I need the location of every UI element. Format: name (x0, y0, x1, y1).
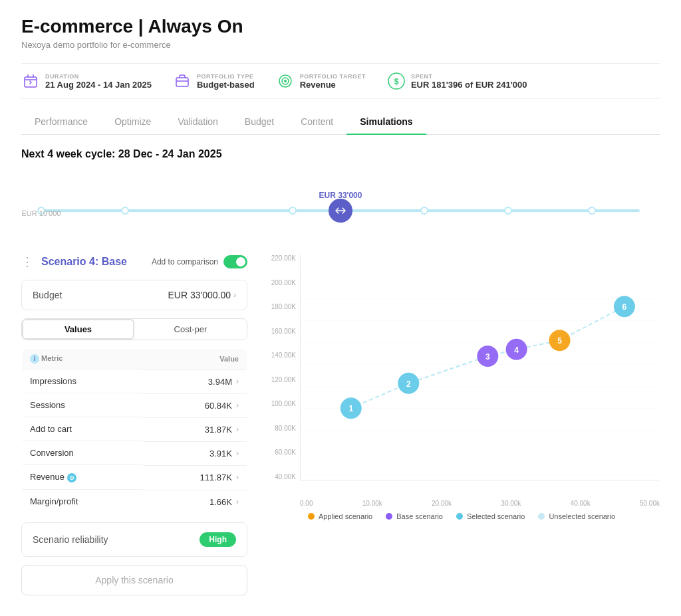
metric-info-icon: i (30, 354, 39, 363)
content-area: ⋮ Scenario 4: Base Add to comparison Bud… (21, 255, 660, 595)
metrics-row-1[interactable]: Sessions 60.84K› (22, 393, 247, 417)
metric-name: Margin/profit (22, 490, 144, 514)
chart-xaxis: 0.0010.00k20.00k30.00k40.00k50.00k (300, 500, 660, 507)
portfolio-type-value: Budget-based (197, 80, 255, 90)
metric-value: 31.87K› (143, 417, 247, 441)
spent-icon: $ (387, 72, 406, 90)
svg-text:5: 5 (557, 336, 562, 346)
legend-label: Base scenario (396, 512, 443, 520)
comparison-label: Add to comparison (152, 257, 218, 266)
metric-chevron-3[interactable]: › (236, 449, 239, 458)
budget-label: Budget (33, 290, 62, 300)
legend-item: Unselected scenario (538, 512, 615, 520)
portfolio-type-icon (173, 72, 192, 90)
cycle-header: Next 4 week cycle: 28 Dec - 24 Jan 2025 (21, 148, 660, 160)
left-panel: ⋮ Scenario 4: Base Add to comparison Bud… (21, 255, 247, 595)
meta-row: DURATION 21 Aug 2024 - 14 Jan 2025 PORTF… (21, 63, 660, 99)
meta-portfolio-type: PORTFOLIO TYPE Budget-based (173, 72, 255, 90)
svg-text:2: 2 (406, 379, 411, 389)
col-value: Value (143, 349, 247, 369)
slider-dot-6[interactable] (588, 207, 596, 215)
budget-slider[interactable]: EUR 33'000 EUR 10'000 (21, 176, 660, 239)
y-label: 220.00K (271, 255, 296, 262)
chart-yaxis: 220.00K200.00K180.00K160.00K140.00K120.0… (263, 255, 300, 480)
reliability-label: Scenario reliability (33, 534, 108, 545)
svg-point-5 (284, 80, 287, 82)
y-label: 60.00K (275, 449, 296, 456)
comparison-toggle[interactable]: Add to comparison (152, 255, 247, 268)
metrics-row-5[interactable]: Margin/profit 1.66K› (22, 490, 247, 514)
slider-dot-4[interactable] (420, 207, 428, 215)
metric-chevron-4[interactable]: › (236, 472, 239, 482)
chart-legend: Applied scenarioBase scenarioSelected sc… (263, 512, 660, 520)
right-panel: 220.00K200.00K180.00K160.00K140.00K120.0… (263, 255, 660, 595)
metric-name: Revenue ⊙ (22, 465, 144, 490)
toggle-switch[interactable] (223, 255, 247, 268)
svg-text:1: 1 (348, 404, 353, 413)
slider-end-label: EUR 10'000 (22, 209, 61, 217)
meta-spent: $ SPENT EUR 181'396 of EUR 241'000 (387, 72, 527, 90)
y-label: 200.00K (271, 279, 296, 286)
apply-scenario-button[interactable]: Apply this scenario (21, 565, 247, 595)
metric-name: Add to cart (22, 417, 144, 441)
reliability-badge: High (200, 532, 236, 547)
slider-dot-1[interactable] (121, 207, 129, 215)
col-metric: i Metric (22, 349, 144, 369)
x-label: 20.00k (432, 500, 452, 507)
svg-text:4: 4 (514, 346, 519, 355)
page-subtitle: Nexoya demo portfolio for e-commerce (21, 40, 660, 50)
y-label: 80.00K (275, 425, 296, 432)
legend-item: Base scenario (386, 512, 443, 520)
metrics-table: i Metric Value Impressions 3.94M› Sessio… (21, 348, 247, 514)
budget-row: Budget EUR 33'000.00 › (21, 280, 247, 310)
svg-text:3: 3 (485, 352, 490, 361)
metric-value: 3.94M› (143, 369, 247, 393)
metric-chevron-0[interactable]: › (236, 377, 239, 386)
budget-chevron[interactable]: › (233, 290, 236, 300)
legend-dot (386, 513, 392, 520)
main-tabs: Performance Optimize Validation Budget C… (21, 110, 660, 135)
tab-content[interactable]: Content (287, 110, 346, 135)
metric-chevron-5[interactable]: › (236, 497, 239, 506)
svg-rect-9 (301, 255, 660, 480)
tab-simulations[interactable]: Simulations (346, 110, 426, 135)
tab-validation[interactable]: Validation (164, 110, 231, 135)
budget-value: EUR 33'000.00 › (168, 290, 236, 300)
tab-optimize[interactable]: Optimize (101, 110, 164, 135)
metric-name: Conversion (22, 441, 144, 465)
metric-value: 3.91K› (143, 441, 247, 465)
metric-tabs: Values Cost-per (21, 318, 247, 340)
legend-label: Unselected scenario (549, 512, 615, 520)
duration-value: 21 Aug 2024 - 14 Jan 2025 (45, 80, 152, 90)
scenario-title: Scenario 4: Base (41, 256, 127, 268)
svg-text:$: $ (394, 77, 399, 86)
metrics-row-4[interactable]: Revenue ⊙ 111.87K› (22, 465, 247, 490)
legend-item: Selected scenario (456, 512, 525, 520)
metric-revenue-info: ⊙ (67, 473, 76, 482)
legend-label: Selected scenario (467, 512, 525, 520)
metric-value: 1.66K› (143, 490, 247, 514)
y-label: 160.00K (271, 328, 296, 335)
x-label: 10.00k (362, 500, 382, 507)
metric-value: 111.87K› (143, 465, 247, 489)
portfolio-target-icon (276, 72, 295, 90)
meta-portfolio-target: PORTFOLIO TARGET Revenue (276, 72, 366, 90)
x-label: 30.00k (501, 500, 521, 507)
page-title: E-commerce | Always On (21, 16, 660, 37)
scenario-menu-icon[interactable]: ⋮ (21, 255, 33, 269)
metrics-row-2[interactable]: Add to cart 31.87K› (22, 417, 247, 441)
x-label: 50.00k (640, 500, 660, 507)
tab-performance[interactable]: Performance (21, 110, 101, 135)
slider-dot-active[interactable] (329, 199, 352, 223)
metric-chevron-1[interactable]: › (236, 401, 239, 410)
tab-values[interactable]: Values (22, 319, 134, 340)
metrics-row-3[interactable]: Conversion 3.91K› (22, 441, 247, 465)
tab-budget[interactable]: Budget (231, 110, 287, 135)
metric-chevron-2[interactable]: › (236, 425, 239, 434)
slider-dot-5[interactable] (504, 207, 512, 215)
spent-label: SPENT (411, 73, 527, 80)
slider-dot-2[interactable] (289, 207, 297, 215)
metrics-row-0[interactable]: Impressions 3.94M› (22, 369, 247, 393)
tab-cost-per[interactable]: Cost-per (134, 319, 247, 340)
svg-rect-1 (176, 78, 188, 86)
